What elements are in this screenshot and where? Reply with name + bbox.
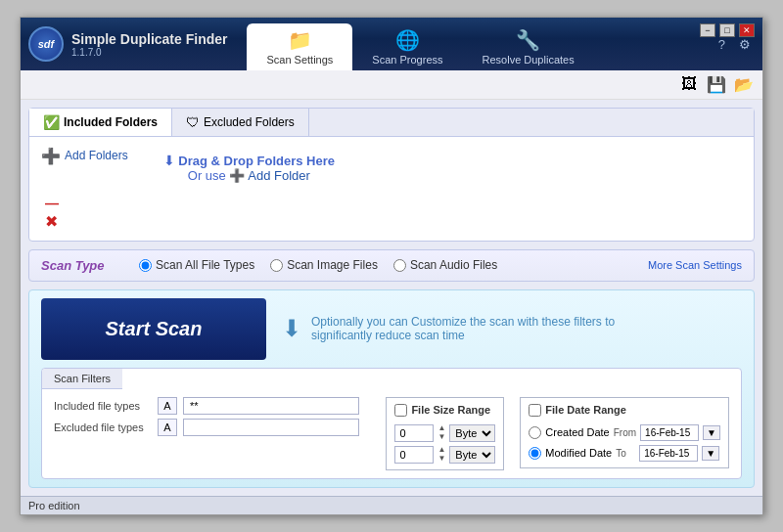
folder-content: ➕ Add Folders ⬇ Drag & Drop Folders Here… (29, 137, 754, 241)
remove-icons: — ✖ (41, 197, 742, 231)
scan-all-radio[interactable] (139, 259, 152, 272)
file-date-label: File Date Range (545, 404, 626, 416)
size-to-input[interactable] (394, 446, 434, 464)
more-scan-settings-link[interactable]: More Scan Settings (648, 259, 742, 271)
status-bar: Pro edition (21, 496, 762, 514)
folder-section: ✅ Included Folders 🛡 Excluded Folders ➕ … (28, 108, 755, 242)
or-use-text: Or use (188, 168, 226, 183)
add-folders-label: Add Folders (65, 149, 128, 162)
excluded-file-types-label: Excluded file types (54, 421, 152, 433)
nav-tabs: 📁 Scan Settings 🌐 Scan Progress 🔧 Resolv… (247, 18, 708, 70)
app-title-group: Simple Duplicate Finder 1.1.7.0 (71, 31, 227, 58)
minus-icon[interactable]: — (45, 197, 742, 210)
minimize-button[interactable]: − (700, 23, 715, 37)
file-date-group: File Date Range Created Date From ▼ Modi… (520, 397, 729, 468)
toolbar-save-icon[interactable]: 💾 (706, 73, 727, 95)
tab-scan-settings-label: Scan Settings (266, 54, 333, 66)
drag-drop-main-text: Drag & Drop Folders Here (178, 154, 335, 168)
tab-resolve-duplicates-label: Resolve Duplicates (483, 54, 575, 66)
main-content: ✅ Included Folders 🛡 Excluded Folders ➕ … (21, 100, 762, 496)
size-to-row: ▲ ▼ Byte KB MB GB (394, 446, 495, 464)
scan-hint: ⬇ Optionally you can Customize the scan … (282, 315, 624, 342)
modified-date-radio[interactable] (529, 447, 541, 460)
tab-resolve-duplicates[interactable]: 🔧 Resolve Duplicates (463, 23, 594, 70)
scan-audio-radio[interactable] (393, 259, 406, 272)
toolbar-image-icon[interactable]: 🖼 (678, 73, 700, 95)
tab-scan-progress[interactable]: 🌐 Scan Progress (352, 23, 462, 70)
modified-date-label: Modified Date (545, 447, 612, 459)
scan-audio-label: Scan Audio Files (410, 258, 497, 272)
settings-button[interactable]: ⚙ (739, 37, 751, 52)
modified-date-row: Modified Date To ▼ (529, 445, 720, 462)
scan-image-option[interactable]: Scan Image Files (270, 258, 378, 272)
folder-tabs: ✅ Included Folders 🛡 Excluded Folders (29, 109, 754, 137)
or-use-row: Or use ➕ Add Folder (163, 168, 335, 183)
to-label: To (616, 448, 635, 459)
file-size-group: File Size Range ▲ ▼ Byte KB MB (386, 397, 504, 470)
drag-drop-area: ⬇ Drag & Drop Folders Here Or use ➕ Add … (158, 147, 341, 189)
scan-audio-option[interactable]: Scan Audio Files (393, 258, 497, 272)
title-bar: sdf Simple Duplicate Finder 1.1.7.0 📁 Sc… (21, 18, 762, 70)
size-to-unit[interactable]: Byte KB MB GB (449, 446, 495, 464)
created-date-radio[interactable] (529, 426, 541, 439)
scan-filters-section: Scan Filters Included file types A Exclu… (41, 368, 742, 479)
from-date-spin[interactable]: ▼ (703, 425, 720, 440)
size-from-spinner[interactable]: ▲ ▼ (438, 424, 445, 442)
maximize-button[interactable]: □ (719, 23, 735, 37)
scan-all-label: Scan All File Types (156, 258, 254, 272)
scan-all-option[interactable]: Scan All File Types (139, 258, 254, 272)
size-from-input[interactable] (394, 424, 434, 442)
scan-hint-text: Optionally you can Customize the scan wi… (311, 315, 624, 342)
included-folders-tab[interactable]: ✅ Included Folders (29, 109, 172, 136)
from-label: From (614, 427, 636, 438)
toolbar: 🖼 💾 📂 (21, 70, 762, 99)
file-size-header: File Size Range (394, 404, 495, 417)
scan-image-label: Scan Image Files (287, 258, 378, 272)
excluded-folders-tab[interactable]: 🛡 Excluded Folders (172, 109, 309, 136)
spin-down-icon[interactable]: ▼ (438, 433, 445, 442)
included-folders-label: Included Folders (64, 115, 158, 129)
included-file-types-row: Included file types A (54, 397, 370, 415)
included-file-types-label: Included file types (54, 400, 152, 412)
to-date-spin[interactable]: ▼ (702, 446, 719, 461)
shield-icon: 🛡 (186, 114, 200, 130)
delete-icon[interactable]: ✖ (45, 212, 742, 231)
hint-arrow-icon: ⬇ (282, 315, 301, 342)
scan-filters-tab[interactable]: Scan Filters (42, 369, 122, 389)
app-logo: sdf (28, 26, 64, 62)
status-text: Pro edition (28, 500, 80, 511)
help-button[interactable]: ? (718, 37, 725, 52)
size-from-unit[interactable]: Byte KB MB GB (449, 424, 495, 442)
file-size-checkbox[interactable] (394, 404, 407, 417)
start-scan-button[interactable]: Start Scan (41, 298, 266, 360)
add-folders-button[interactable]: ➕ Add Folders (41, 147, 128, 165)
excluded-file-types-row: Excluded file types A (54, 419, 370, 436)
excluded-folders-label: Excluded Folders (204, 115, 295, 129)
file-size-label: File Size Range (411, 404, 490, 416)
spin-down-icon2[interactable]: ▼ (438, 455, 445, 464)
main-window: sdf Simple Duplicate Finder 1.1.7.0 📁 Sc… (20, 17, 763, 515)
scan-type-label: Scan Type (41, 258, 119, 273)
scan-filters-content: Included file types A Excluded file type… (42, 389, 741, 478)
scan-image-radio[interactable] (270, 259, 283, 272)
start-scan-top: Start Scan ⬇ Optionally you can Customiz… (41, 298, 742, 360)
close-button[interactable]: ✕ (739, 23, 755, 37)
size-from-row: ▲ ▼ Byte KB MB GB (394, 424, 495, 442)
plus-icon: ➕ (41, 147, 61, 165)
excluded-file-types-input[interactable] (183, 419, 359, 436)
app-version: 1.1.7.0 (71, 47, 227, 58)
created-date-row: Created Date From ▼ (529, 424, 720, 441)
created-date-label: Created Date (545, 426, 609, 438)
from-date-input[interactable] (640, 424, 699, 441)
add-folder-link[interactable]: Add Folder (248, 168, 310, 183)
scan-type-radio-group: Scan All File Types Scan Image Files Sca… (139, 258, 628, 272)
toolbar-folder-icon[interactable]: 📂 (733, 73, 755, 95)
tab-scan-settings[interactable]: 📁 Scan Settings (247, 23, 352, 70)
to-date-input[interactable] (639, 445, 698, 462)
drag-drop-text: ⬇ Drag & Drop Folders Here (163, 153, 335, 168)
included-file-types-input[interactable] (183, 397, 359, 415)
size-to-spinner[interactable]: ▲ ▼ (438, 446, 445, 464)
file-date-checkbox[interactable] (529, 404, 541, 417)
scan-type-section: Scan Type Scan All File Types Scan Image… (28, 249, 755, 282)
scan-progress-icon: 🌐 (395, 28, 420, 52)
